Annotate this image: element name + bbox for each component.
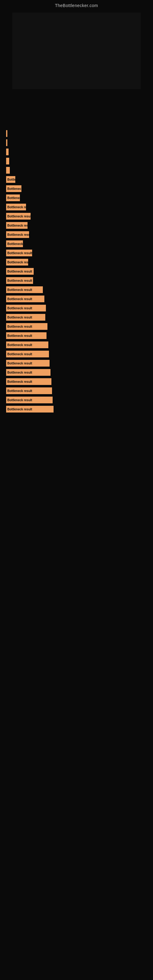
bar-row: Bottlene <box>5 176 148 183</box>
bar-fill <box>6 167 10 173</box>
bar-fill: Bottleneck res <box>6 204 26 210</box>
bars-section: BottleneBottleneck rBottlenecBottleneck … <box>0 105 153 418</box>
bar-fill: Bottleneck result <box>6 369 51 376</box>
bar-row: Bottleneck result <box>5 277 148 284</box>
bar-label: Bottleneck r <box>7 242 25 246</box>
bar-row: Bottleneck result <box>5 406 148 412</box>
bar-label: Bottleneck result <box>7 288 32 291</box>
site-header: TheBottlenecker.com <box>0 0 153 10</box>
bar-row: Bottleneck result <box>5 286 148 293</box>
bar-row: Bottleneck result <box>5 332 148 339</box>
bar-label: Bottlenec <box>7 196 21 200</box>
bar-label: Bottleneck result <box>7 353 32 356</box>
bar-row: Bottleneck result <box>5 387 148 394</box>
bar-row <box>5 167 148 173</box>
bar-row: Bottleneck res <box>5 222 148 229</box>
bar-row: Bottleneck resu <box>5 231 148 238</box>
bar-fill <box>6 148 9 155</box>
bar-row <box>5 158 148 164</box>
bar-row <box>5 139 148 146</box>
bar-row: Bottleneck result <box>5 268 148 275</box>
bar-row: Bottleneck result <box>5 396 148 403</box>
bar-label: Bottleneck result <box>7 362 32 365</box>
bar-row: Bottleneck r <box>5 240 148 247</box>
bar-fill: Bottleneck result <box>6 286 43 293</box>
bar-row <box>5 148 148 155</box>
bar-label: Bottleneck result <box>7 325 32 328</box>
bar-row: Bottleneck result <box>5 369 148 376</box>
bar-row: Bottleneck result <box>5 360 148 367</box>
bar-label: Bottleneck result <box>7 316 32 319</box>
bar-label: Bottleneck result <box>7 343 32 347</box>
bar-fill: Bottleneck r <box>6 185 21 192</box>
bar-label: Bottleneck result <box>7 334 32 337</box>
bar-label: Bottleneck result <box>7 270 32 273</box>
bar-row: Bottleneck result <box>5 296 148 302</box>
bar-row: Bottleneck result <box>5 378 148 385</box>
bar-label: Bottleneck result <box>7 307 32 310</box>
bar-label: Bottlene <box>7 178 19 181</box>
bar-fill: Bottleneck resu <box>6 231 29 238</box>
bar-row: Bottleneck result <box>5 314 148 321</box>
bar-fill: Bottleneck res <box>6 222 27 229</box>
bar-label: Bottleneck result <box>7 251 32 255</box>
bar-row: Bottlenec <box>5 194 148 201</box>
bar-row: Bottleneck result <box>5 342 148 348</box>
bar-fill: Bottleneck result <box>6 396 53 403</box>
bar-fill: Bottleneck result <box>6 323 48 330</box>
bar-fill: Bottleneck result <box>6 213 30 220</box>
bar-fill: Bottleneck result <box>6 305 46 312</box>
bar-fill <box>6 158 9 164</box>
bar-fill: Bottleneck result <box>6 268 33 275</box>
bar-row: Bottleneck res <box>5 204 148 210</box>
bar-fill <box>6 130 7 137</box>
bar-fill: Bottleneck result <box>6 332 46 339</box>
bar-label: Bottleneck result <box>7 407 32 411</box>
bar-row <box>5 130 148 137</box>
bar-label: Bottleneck r <box>7 187 25 191</box>
bar-label: Bottleneck res <box>7 205 29 209</box>
bar-label: Bottleneck result <box>7 371 32 374</box>
bar-row: Bottleneck res <box>5 259 148 266</box>
bar-label: Bottleneck result <box>7 279 32 282</box>
bar-row: Bottleneck r <box>5 185 148 192</box>
bar-label: Bottleneck res <box>7 224 29 227</box>
bar-row: Bottleneck result <box>5 323 148 330</box>
bar-fill: Bottlenec <box>6 194 20 201</box>
bar-label: Bottleneck res <box>7 261 29 264</box>
bar-label: Bottleneck result <box>7 215 32 218</box>
bar-row: Bottleneck result <box>5 213 148 220</box>
bar-fill: Bottleneck result <box>6 296 45 302</box>
bar-fill: Bottleneck res <box>6 259 28 266</box>
bar-row: Bottleneck result <box>5 351 148 357</box>
site-title: TheBottlenecker.com <box>0 0 153 10</box>
bar-fill: Bottlene <box>6 176 15 183</box>
bar-label: Bottleneck result <box>7 380 32 383</box>
bars-container: BottleneBottleneck rBottlenecBottleneck … <box>2 105 151 418</box>
bar-row: Bottleneck result <box>5 250 148 256</box>
bar-label: Bottleneck result <box>7 389 32 393</box>
bar-fill: Bottleneck result <box>6 277 33 284</box>
bar-fill: Bottleneck result <box>6 342 48 348</box>
bar-fill: Bottleneck result <box>6 360 49 367</box>
chart-area <box>6 13 147 98</box>
bar-label: Bottleneck result <box>7 398 32 402</box>
bar-label: Bottleneck resu <box>7 233 30 236</box>
bar-fill: Bottleneck result <box>6 378 51 385</box>
bar-fill <box>6 139 7 146</box>
bar-fill: Bottleneck result <box>6 250 32 256</box>
bar-fill: Bottleneck r <box>6 240 23 247</box>
chart-block <box>12 13 141 89</box>
bar-fill: Bottleneck result <box>6 406 54 412</box>
bar-label: Bottleneck result <box>7 298 32 301</box>
bar-fill: Bottleneck result <box>6 314 45 321</box>
bar-fill: Bottleneck result <box>6 387 52 394</box>
bar-row: Bottleneck result <box>5 305 148 312</box>
bar-fill: Bottleneck result <box>6 351 49 357</box>
